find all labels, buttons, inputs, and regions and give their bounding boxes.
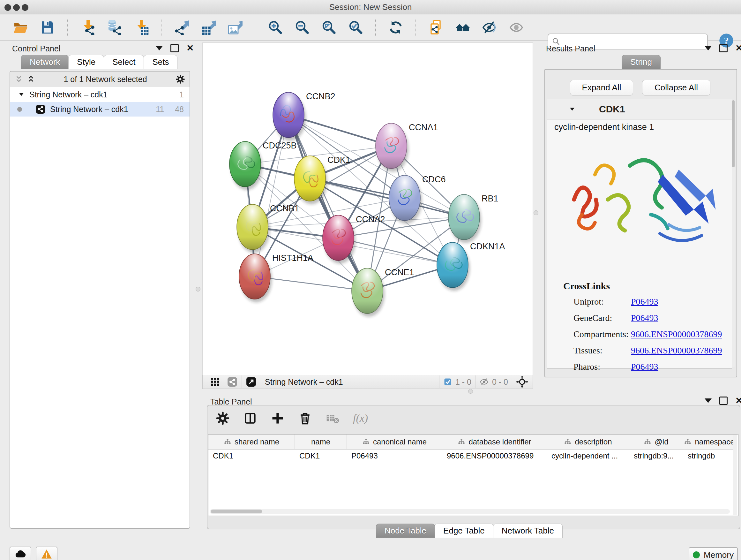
open-session-button[interactable] (13, 20, 28, 35)
zoom-selected-button[interactable] (348, 20, 363, 35)
column-header-shared-name[interactable]: shared name (208, 435, 295, 449)
crosslink-value-link[interactable]: P06493 (631, 313, 658, 323)
undock-panel-icon[interactable] (719, 44, 728, 52)
maximize-window-button[interactable] (22, 4, 28, 11)
column-header-description[interactable]: description (547, 435, 629, 449)
crosshair-icon[interactable] (516, 376, 528, 388)
close-panel-icon[interactable]: ✕ (186, 44, 194, 52)
table-row[interactable]: CDK1CDK1P064939606.ENSP00000378699cyclin… (208, 449, 736, 462)
vertical-scrollbar-track[interactable] (733, 435, 737, 515)
grid-view-icon[interactable] (210, 376, 220, 387)
hidden-eye-icon[interactable] (479, 377, 489, 387)
node-RB1[interactable]: RB1 (448, 194, 498, 243)
node-HIST1H1A[interactable]: HIST1H1A (239, 253, 313, 302)
cell-namespace[interactable]: stringdb (683, 449, 736, 462)
tab-edge-table[interactable]: Edge Table (434, 523, 493, 538)
crosslink-value-link[interactable]: 9606.ENSP00000378699 (631, 346, 722, 356)
zoom-out-button[interactable] (294, 20, 310, 35)
float-panel-icon[interactable] (704, 398, 712, 403)
cell-canonical-name[interactable]: P06493 (347, 449, 442, 462)
expand-all-button[interactable]: Expand All (570, 80, 633, 96)
network-overview-icon[interactable] (227, 376, 238, 387)
birdseye-view-icon[interactable] (246, 376, 257, 387)
left-splitter-handle[interactable] (196, 287, 200, 292)
collapse-all-icon[interactable] (15, 75, 23, 83)
show-hidden-button[interactable] (509, 20, 524, 35)
node-CCNA1[interactable]: CCNA1 (376, 123, 438, 172)
add-column-icon[interactable] (271, 411, 285, 425)
network-row[interactable]: String Network – cdk1 11 48 (10, 102, 190, 117)
cloud-button[interactable] (10, 547, 31, 560)
tab-style[interactable]: Style (68, 55, 104, 69)
memory-button[interactable]: Memory (689, 547, 738, 560)
node-CCNB1[interactable]: CCNB1 (237, 204, 299, 253)
column-header-namespace[interactable]: namespace (683, 435, 736, 449)
node-CCNE1[interactable]: CCNE1 (352, 267, 414, 317)
horizontal-scrollbar-track[interactable] (210, 509, 730, 514)
import-table-button[interactable] (133, 20, 149, 35)
column-header-canonical-name[interactable]: canonical name (347, 435, 442, 449)
horizontal-scrollbar-thumb[interactable] (211, 509, 262, 513)
collapse-card-caret-icon[interactable] (568, 105, 576, 113)
import-network-from-database-button[interactable] (107, 20, 122, 35)
gear-icon[interactable] (216, 411, 230, 425)
protein-card-header[interactable]: CDK1 (547, 99, 732, 119)
cell--id[interactable]: stringdb:9... (629, 449, 683, 462)
cell-description[interactable]: cyclin-dependent ... (547, 449, 629, 462)
crosslink-value-link[interactable]: 9606.ENSP00000378699 (631, 329, 722, 339)
zoom-fit-button[interactable] (321, 20, 336, 35)
column-header-name[interactable]: name (295, 435, 347, 449)
column-header-database-identifier[interactable]: database identifier (442, 435, 547, 449)
column-label: namespace (695, 437, 734, 446)
cell-shared-name[interactable]: CDK1 (208, 449, 295, 462)
collapse-all-button[interactable]: Collapse All (642, 80, 711, 96)
column-header--id[interactable]: @id (629, 435, 683, 449)
warnings-button[interactable] (36, 547, 57, 560)
delete-column-icon[interactable] (298, 411, 312, 425)
tab-sets[interactable]: Sets (144, 55, 178, 69)
undock-panel-icon[interactable] (719, 396, 728, 405)
cell-name[interactable]: CDK1 (295, 449, 347, 462)
collection-caret-icon[interactable] (18, 91, 25, 98)
tab-select[interactable]: Select (104, 55, 144, 69)
show-columns-icon[interactable] (243, 411, 257, 425)
node-CDK1[interactable]: CDK1 (294, 155, 350, 204)
gear-icon[interactable] (176, 74, 185, 84)
right-splitter-handle[interactable] (534, 210, 538, 215)
save-session-button[interactable] (40, 20, 55, 35)
tab-network[interactable]: Network (21, 55, 69, 69)
network-collection-row[interactable]: String Network – cdk1 1 (10, 87, 190, 102)
export-table-button[interactable] (200, 20, 216, 35)
float-panel-icon[interactable] (704, 46, 712, 51)
tab-string[interactable]: String (622, 55, 661, 69)
close-panel-icon[interactable]: ✕ (735, 396, 741, 405)
crosslink-value-link[interactable]: P06493 (631, 362, 658, 372)
node-CCNB2[interactable]: CCNB2 (273, 91, 335, 141)
node-label: CCNA1 (409, 123, 438, 132)
close-panel-icon[interactable]: ✕ (735, 44, 741, 52)
bottom-splitter-handle[interactable] (468, 389, 473, 394)
hide-selected-button[interactable] (482, 20, 497, 35)
network-canvas[interactable]: CCNB2CCNA1CDC25BCDK1CDC6RB1CCNB1CCNA2CDK… (202, 43, 533, 375)
export-network-button[interactable] (174, 20, 189, 35)
duplicate-network-button[interactable] (428, 20, 444, 35)
refresh-layout-button[interactable] (388, 20, 403, 35)
expand-all-icon[interactable] (27, 75, 35, 83)
import-network-button[interactable] (80, 20, 95, 35)
houses-button[interactable] (455, 20, 470, 35)
tab-node-table[interactable]: Node Table (376, 523, 435, 538)
close-window-button[interactable] (4, 4, 11, 11)
selected-checkbox-icon[interactable] (443, 377, 452, 386)
crosslink-value-link[interactable]: P06493 (631, 297, 658, 307)
tab-network-table[interactable]: Network Table (493, 523, 562, 538)
export-image-button[interactable] (227, 20, 243, 35)
node-CDC6[interactable]: CDC6 (389, 175, 446, 224)
minimize-window-button[interactable] (13, 4, 20, 11)
results-scrollbar-thumb[interactable] (732, 100, 735, 167)
zoom-in-button[interactable] (267, 20, 283, 35)
cell-database-identifier[interactable]: 9606.ENSP00000378699 (442, 449, 547, 462)
undock-panel-icon[interactable] (171, 44, 179, 52)
node-CDKN1A[interactable]: CDKN1A (437, 242, 505, 291)
float-panel-icon[interactable] (156, 46, 163, 51)
mag-plus-icon (267, 20, 283, 35)
